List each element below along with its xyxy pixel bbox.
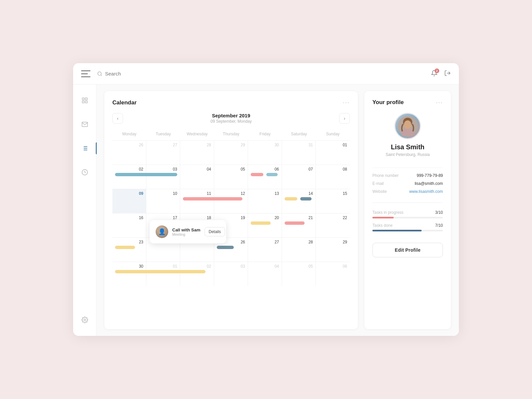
cal-cell[interactable]: 06 (316, 262, 350, 286)
cal-cell[interactable]: 30 (112, 262, 146, 286)
profile-name: Lisa Smith (391, 143, 424, 151)
event-bar-pink (285, 221, 305, 225)
calendar-month: September 2019 (210, 113, 252, 118)
cal-cell[interactable]: 01 (316, 141, 350, 165)
calendar-week: 09 10 11 12 13 14 (112, 189, 350, 213)
cal-cell[interactable]: 21 (282, 213, 316, 237)
tasks-in-progress-bar-fill (372, 217, 394, 218)
cal-cell[interactable]: 08 (316, 165, 350, 189)
day-tuesday: Tuesday (146, 130, 180, 138)
cal-cell[interactable]: 22 (316, 213, 350, 237)
prev-month-button[interactable]: ‹ (112, 113, 123, 124)
profile-divider-2 (372, 202, 443, 203)
calendar-month-display: September 2019 09 September, Monday (210, 113, 252, 124)
calendar-week: 02 03 04 05 06 07 (112, 165, 350, 189)
tasks-done-row: Tasks done 7/10 (372, 223, 443, 231)
day-wednesday: Wednesday (180, 130, 214, 138)
cal-cell[interactable]: 23 (112, 238, 146, 262)
content-area: Calendar ··· ‹ September 2019 09 Septemb… (96, 84, 459, 336)
cal-cell[interactable]: 07 (282, 165, 316, 189)
sidebar-item-settings[interactable] (79, 314, 91, 326)
cal-cell[interactable]: 29 (214, 141, 248, 165)
menu-icon[interactable] (81, 70, 90, 77)
top-bar-actions: 2 (431, 70, 451, 78)
day-saturday: Saturday (282, 130, 316, 138)
profile-menu-dots[interactable]: ··· (436, 99, 443, 106)
cal-cell[interactable]: 05 (214, 165, 248, 189)
cal-cell-popup[interactable]: 17 👤 Call with Sam Meeting D (146, 213, 180, 237)
popup-details-button[interactable]: Details (204, 227, 225, 236)
bell-wrapper[interactable]: 2 (431, 70, 438, 78)
day-friday: Friday (248, 130, 282, 138)
svg-rect-6 (85, 101, 87, 103)
tasks-in-progress-value: 3/10 (435, 210, 443, 215)
calendar-title: Calendar (112, 99, 137, 106)
search-input[interactable] (105, 71, 431, 76)
event-bar-pink (251, 173, 263, 176)
calendar-date-subtitle: 09 September, Monday (210, 119, 252, 124)
mail-icon (81, 121, 88, 128)
popup-info: Call with Sam Meeting (172, 227, 200, 236)
cal-cell[interactable]: 28 (180, 141, 214, 165)
profile-card-header: Your profile ··· (372, 99, 443, 106)
cal-cell[interactable]: 29 (316, 238, 350, 262)
cal-cell[interactable]: 16 (112, 213, 146, 237)
cal-cell[interactable]: 13 (248, 189, 282, 213)
calendar-days-header: Monday Tuesday Wednesday Thursday Friday… (112, 130, 350, 138)
cal-cell[interactable]: 27 (146, 141, 180, 165)
website-value[interactable]: www.lisasmith.com (409, 189, 443, 194)
tasks-done-header: Tasks done 7/10 (372, 223, 443, 228)
cal-cell[interactable]: 30 (248, 141, 282, 165)
sidebar-item-list[interactable] (79, 142, 91, 154)
event-bar-yellow-span (115, 270, 205, 273)
cal-cell[interactable]: 03 (146, 165, 180, 189)
cal-cell[interactable]: 14 (282, 189, 316, 213)
profile-avatar-section: Lisa Smith Saint Petersburg, Russia (372, 113, 443, 157)
svg-point-14 (84, 319, 85, 321)
main-layout: Calendar ··· ‹ September 2019 09 Septemb… (73, 84, 459, 336)
cal-cell[interactable]: 01 (146, 262, 180, 286)
search-area (97, 71, 431, 76)
phone-label: Phone number (372, 173, 399, 178)
sidebar-item-mail[interactable] (79, 118, 91, 130)
search-icon (97, 71, 102, 76)
cal-cell[interactable]: 12 (214, 189, 248, 213)
sidebar-item-analytics[interactable] (79, 166, 91, 178)
next-month-button[interactable]: › (339, 113, 350, 124)
profile-divider (372, 168, 443, 168)
cal-cell[interactable]: 04 (248, 262, 282, 286)
cal-cell[interactable]: 20 (248, 213, 282, 237)
popup-event-type: Meeting (172, 232, 200, 236)
tasks-done-bar-bg (372, 230, 443, 231)
calendar-week: 23 24 25 26 27 28 29 (112, 237, 350, 262)
cal-cell[interactable]: 02 (112, 165, 146, 189)
svg-rect-4 (85, 98, 87, 100)
cal-cell[interactable]: 15 (316, 189, 350, 213)
cal-cell[interactable]: 05 (282, 262, 316, 286)
tasks-section: Tasks in progress 3/10 Tasks done 7/10 (372, 210, 443, 236)
cal-cell[interactable]: 02 (180, 262, 214, 286)
profile-email-row: E-mail lisa@smith.com (372, 181, 443, 186)
cal-cell-today[interactable]: 09 (112, 189, 146, 213)
cal-cell[interactable]: 06 (248, 165, 282, 189)
cal-cell[interactable]: 31 (282, 141, 316, 165)
calendar-menu-dots[interactable]: ··· (343, 99, 350, 106)
cal-cell[interactable]: 11 (180, 189, 214, 213)
profile-card: Your profile ··· (364, 91, 451, 329)
profile-section-title: Your profile (372, 99, 404, 106)
edit-profile-button[interactable]: Edit Profile (372, 243, 443, 257)
cal-cell[interactable]: 27 (248, 238, 282, 262)
calendar-week: 30 01 02 03 04 05 06 (112, 262, 350, 286)
sidebar-item-grid[interactable] (79, 94, 91, 106)
sidebar (73, 84, 96, 336)
cal-cell[interactable]: 28 (282, 238, 316, 262)
cal-cell[interactable]: 26 (112, 141, 146, 165)
cal-cell[interactable]: 10 (146, 189, 180, 213)
cal-cell[interactable]: 04 (180, 165, 214, 189)
calendar-grid: Monday Tuesday Wednesday Thursday Friday… (112, 130, 350, 286)
notification-badge: 2 (435, 68, 439, 73)
logout-icon[interactable] (444, 70, 451, 78)
cal-cell[interactable]: 03 (214, 262, 248, 286)
svg-line-1 (101, 75, 102, 76)
event-bar-yellow (115, 246, 135, 249)
